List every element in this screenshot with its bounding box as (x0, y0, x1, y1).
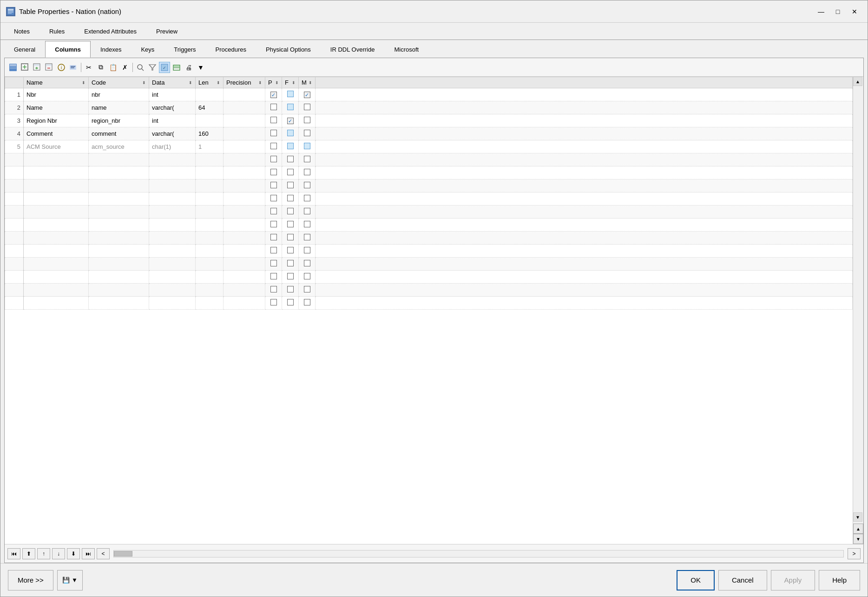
scroll-left-btn[interactable]: < (97, 548, 110, 559)
cell-m[interactable]: ✓ (299, 88, 316, 101)
cell-code[interactable]: nbr (89, 88, 149, 101)
more-button[interactable]: More >> (8, 570, 53, 590)
cell-code[interactable]: region_nbr (89, 114, 149, 127)
apply-button[interactable]: Apply (771, 570, 815, 590)
nav-up-btn[interactable]: ↑ (37, 548, 50, 559)
tab-columns[interactable]: Columns (45, 41, 91, 58)
col-header-f[interactable]: F⬍ (282, 77, 299, 88)
cancel-button[interactable]: Cancel (718, 570, 767, 590)
toolbar-filter-btn[interactable] (147, 62, 158, 73)
cell-name[interactable]: ACM Source (24, 140, 89, 153)
cell-f[interactable] (282, 101, 299, 114)
close-button[interactable]: ✕ (847, 6, 862, 17)
tab-general[interactable]: General (4, 41, 45, 58)
col-header-data[interactable]: Data⬍ (149, 77, 196, 88)
toolbar-add-col-btn[interactable] (32, 62, 43, 73)
scroll-right-btn[interactable]: > (848, 548, 861, 559)
tab-microsoft[interactable]: Microsoft (384, 41, 428, 58)
col-header-len[interactable]: Len⬍ (196, 77, 224, 88)
scroll-up-btn[interactable]: ▲ (853, 77, 862, 86)
cell-p[interactable]: ✓ (265, 88, 282, 101)
scroll-top-btn[interactable]: ▲ (853, 524, 863, 534)
cell-length[interactable]: 1 (196, 140, 224, 153)
col-header-m[interactable]: M⬍ (299, 77, 316, 88)
cell-name[interactable]: Name (24, 101, 89, 114)
toolbar-dropdown-btn[interactable]: ▼ (195, 62, 206, 73)
nav-prev-btn[interactable]: ⬆ (22, 548, 35, 559)
tab-ir-ddl[interactable]: IR DDL Override (321, 41, 385, 58)
toolbar-print-btn[interactable]: 🖨 (183, 62, 194, 73)
cell-name[interactable]: Comment (24, 127, 89, 140)
cell-p[interactable] (265, 114, 282, 127)
cell-m[interactable] (299, 140, 316, 153)
tab-extended-attributes[interactable]: Extended Attributes (74, 23, 146, 40)
save-button[interactable]: 💾 ▼ (57, 570, 83, 590)
tab-physical-options[interactable]: Physical Options (256, 41, 321, 58)
cell-code[interactable]: comment (89, 127, 149, 140)
cell-length[interactable]: 160 (196, 127, 224, 140)
toolbar-add-table-btn[interactable] (20, 62, 31, 73)
maximize-button[interactable]: □ (830, 6, 845, 17)
nav-next-btn[interactable]: ⬇ (67, 548, 80, 559)
tab-indexes[interactable]: Indexes (91, 41, 132, 58)
help-button[interactable]: Help (819, 570, 860, 590)
cell-p[interactable] (265, 101, 282, 114)
tab-procedures[interactable]: Procedures (206, 41, 256, 58)
col-header-precision[interactable]: Precision⬍ (224, 77, 265, 88)
cell-precision[interactable] (224, 88, 265, 101)
nav-first-btn[interactable]: ⏮ (7, 548, 20, 559)
cell-code[interactable]: acm_source (89, 140, 149, 153)
cell-length[interactable]: 64 (196, 101, 224, 114)
tab-triggers[interactable]: Triggers (164, 41, 205, 58)
toolbar-ref-btn[interactable]: i (56, 62, 67, 73)
cell-f[interactable] (282, 140, 299, 153)
toolbar-del-col-btn[interactable] (44, 62, 55, 73)
toolbar-find-btn[interactable] (135, 62, 146, 73)
tab-notes[interactable]: Notes (4, 23, 39, 40)
minimize-button[interactable]: — (814, 6, 829, 17)
cell-length[interactable] (196, 114, 224, 127)
scroll-bottom-btn[interactable]: ▼ (853, 534, 863, 544)
tab-keys[interactable]: Keys (131, 41, 164, 58)
cell-datatype[interactable]: char(1) (149, 140, 196, 153)
cell-p[interactable] (265, 127, 282, 140)
cell-m[interactable] (299, 101, 316, 114)
col-header-p[interactable]: P⬍ (265, 77, 282, 88)
tab-rules[interactable]: Rules (39, 23, 74, 40)
scroll-down-btn[interactable]: ▼ (853, 512, 862, 522)
horizontal-scrollbar[interactable] (113, 550, 844, 557)
cell-precision[interactable] (224, 140, 265, 153)
cell-precision[interactable] (224, 114, 265, 127)
nav-down-btn[interactable]: ↓ (52, 548, 65, 559)
cell-datatype[interactable]: int (149, 88, 196, 101)
toolbar-cut-btn[interactable]: ✂ (83, 62, 94, 73)
cell-length[interactable] (196, 88, 224, 101)
cell-m[interactable] (299, 114, 316, 127)
ok-button[interactable]: OK (677, 570, 715, 590)
cell-datatype[interactable]: varchar( (149, 101, 196, 114)
col-header-code[interactable]: Code⬍ (89, 77, 149, 88)
nav-last-btn[interactable]: ⏭ (82, 548, 95, 559)
cell-name[interactable]: Region Nbr (24, 114, 89, 127)
cell-f[interactable] (282, 88, 299, 101)
toolbar-properties-btn[interactable] (7, 62, 19, 73)
cell-precision[interactable] (224, 101, 265, 114)
toolbar-search-btn[interactable] (68, 62, 79, 73)
cell-name[interactable]: Nbr (24, 88, 89, 101)
cell-f[interactable]: ✓ (282, 114, 299, 127)
cell-precision[interactable] (224, 127, 265, 140)
cell-datatype[interactable]: int (149, 114, 196, 127)
tab-preview[interactable]: Preview (146, 23, 187, 40)
toolbar-paste-btn[interactable]: 📋 (107, 62, 118, 73)
cell-f[interactable] (282, 127, 299, 140)
col-header-name[interactable]: Name⬍ (24, 77, 89, 88)
cell-p[interactable] (265, 140, 282, 153)
cell-code[interactable]: name (89, 101, 149, 114)
toolbar-delete-btn[interactable]: ✗ (119, 62, 131, 73)
toolbar-export-btn[interactable] (171, 62, 182, 73)
grid-container[interactable]: Name⬍ Code⬍ Data⬍ Len⬍ (5, 77, 853, 544)
cell-m[interactable] (299, 127, 316, 140)
toolbar-highlight-btn[interactable]: ✓ (159, 62, 170, 73)
cell-datatype[interactable]: varchar( (149, 127, 196, 140)
toolbar-copy-btn[interactable]: ⧉ (95, 62, 106, 73)
